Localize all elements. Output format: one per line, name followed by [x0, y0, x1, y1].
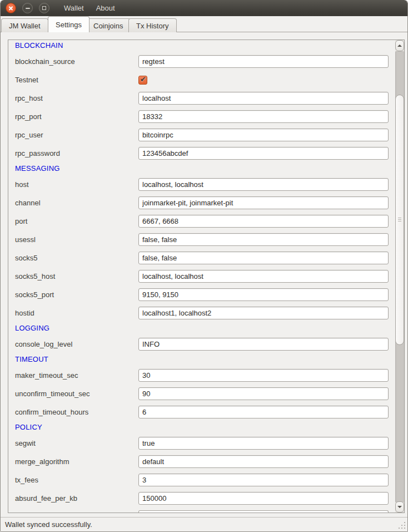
field-label: socks5_port: [15, 290, 138, 299]
tab-bar: JM Wallet Settings Coinjoins Tx History: [1, 16, 407, 32]
field-label: hostid: [15, 309, 138, 317]
settings-row: console_log_level: [15, 338, 395, 351]
field-input[interactable]: [138, 110, 389, 123]
settings-row: segwit: [15, 437, 395, 450]
field-label: absurd_fee_per_kb: [15, 494, 138, 503]
scrollbar-track[interactable]: [395, 51, 404, 503]
grip-icon: [398, 218, 401, 218]
settings-row: host: [15, 178, 395, 191]
settings-row: rpc_port: [15, 110, 395, 123]
section-header: POLICY: [15, 423, 395, 432]
field-label: socks5: [15, 254, 138, 262]
section-header: MESSAGING: [15, 164, 395, 173]
settings-row: rpc_host: [15, 92, 395, 105]
field-label: segwit: [15, 439, 138, 447]
settings-pane: BLOCKCHAIN blockchain_source Testnet rpc…: [1, 32, 407, 518]
titlebar[interactable]: Wallet About: [1, 0, 407, 16]
settings-row: socks5_port: [15, 288, 395, 301]
scrollbar-thumb[interactable]: [395, 95, 404, 345]
menu-item-about[interactable]: About: [90, 0, 121, 16]
tab-jm-wallet[interactable]: JM Wallet: [1, 18, 48, 32]
settings-row: absurd_fee_per_kb: [15, 492, 395, 505]
resize-grip[interactable]: [398, 522, 405, 529]
menubar: Wallet About: [58, 0, 121, 16]
field-input[interactable]: [138, 252, 389, 264]
settings-viewport: BLOCKCHAIN blockchain_source Testnet rpc…: [8, 40, 395, 513]
settings-row: blockchain_source: [15, 55, 395, 68]
field-label: host: [15, 180, 138, 189]
settings-row: socks5: [15, 252, 395, 264]
field-input[interactable]: [138, 196, 389, 209]
arrow-up-icon: [397, 45, 402, 47]
field-input[interactable]: [138, 474, 389, 486]
field-input[interactable]: [138, 233, 389, 246]
arrow-down-icon: [397, 506, 402, 508]
field-label: maker_timeout_sec: [15, 371, 138, 380]
minimize-button[interactable]: [22, 3, 33, 13]
settings-row: maker_timeout_sec: [15, 369, 395, 382]
settings-row: port: [15, 215, 395, 228]
field-label: port: [15, 217, 138, 225]
settings-checkbox[interactable]: [138, 76, 147, 85]
settings-row: usessl: [15, 233, 395, 246]
field-label: rpc_port: [15, 112, 138, 121]
field-input[interactable]: [138, 288, 389, 301]
field-input[interactable]: [138, 437, 389, 450]
section-header: LOGGING: [15, 324, 395, 333]
field-label: blockchain_source: [15, 57, 138, 66]
field-label: rpc_user: [15, 131, 138, 139]
field-input[interactable]: [138, 92, 389, 105]
settings-row: channel: [15, 196, 395, 209]
field-input[interactable]: [138, 129, 389, 141]
field-input[interactable]: [138, 338, 389, 351]
field-input[interactable]: [138, 455, 389, 468]
maximize-button[interactable]: [39, 3, 49, 13]
settings-row: confirm_timeout_hours: [15, 406, 395, 418]
field-label: usessl: [15, 235, 138, 244]
maximize-icon: [42, 6, 46, 10]
section-header: TIMEOUT: [15, 355, 395, 364]
scroll-down-button[interactable]: [395, 501, 404, 513]
settings-row: socks5_host: [15, 270, 395, 283]
app-window: Wallet About JM Wallet Settings Coinjoin…: [0, 0, 408, 532]
scroll-up-button[interactable]: [395, 40, 404, 51]
settings-row: unconfirm_timeout_sec: [15, 387, 395, 400]
field-label: console_log_level: [15, 340, 138, 348]
field-label: rpc_password: [15, 149, 138, 157]
settings-row: tx_fees: [15, 474, 395, 486]
field-label: unconfirm_timeout_sec: [15, 390, 138, 398]
field-input[interactable]: [138, 215, 389, 228]
field-label: channel: [15, 199, 138, 207]
field-input[interactable]: [138, 178, 389, 191]
field-label: tx_fees: [15, 476, 138, 484]
field-input[interactable]: [138, 55, 389, 68]
field-label: merge_algorithm: [15, 457, 138, 466]
field-label: confirm_timeout_hours: [15, 408, 138, 416]
tab-settings[interactable]: Settings: [48, 16, 89, 32]
status-bar: Wallet synced successfully.: [1, 517, 407, 531]
settings-row: hostid: [15, 307, 395, 319]
clipped-next-field-input[interactable]: [138, 510, 389, 513]
tab-tx-history[interactable]: Tx History: [128, 18, 177, 32]
field-label: socks5_host: [15, 272, 138, 280]
settings-scroll-area: BLOCKCHAIN blockchain_source Testnet rpc…: [8, 40, 405, 513]
field-label: Testnet: [15, 76, 138, 84]
close-button[interactable]: [6, 3, 16, 13]
minimize-icon: [26, 8, 30, 9]
tab-coinjoins[interactable]: Coinjoins: [86, 18, 131, 32]
field-input[interactable]: [138, 147, 389, 160]
menu-item-wallet[interactable]: Wallet: [58, 0, 90, 16]
field-input[interactable]: [138, 307, 389, 319]
field-input[interactable]: [138, 406, 389, 418]
vertical-scrollbar[interactable]: [395, 40, 404, 513]
settings-row: Testnet: [15, 73, 395, 86]
field-input[interactable]: [138, 492, 389, 505]
field-input[interactable]: [138, 270, 389, 283]
settings-rows: BLOCKCHAIN blockchain_source Testnet rpc…: [8, 40, 395, 513]
settings-row: rpc_user: [15, 129, 395, 141]
field-input[interactable]: [138, 387, 389, 400]
section-header: BLOCKCHAIN: [15, 41, 395, 50]
settings-row: merge_algorithm: [15, 455, 395, 468]
field-input[interactable]: [138, 369, 389, 382]
settings-row: rpc_password: [15, 147, 395, 160]
